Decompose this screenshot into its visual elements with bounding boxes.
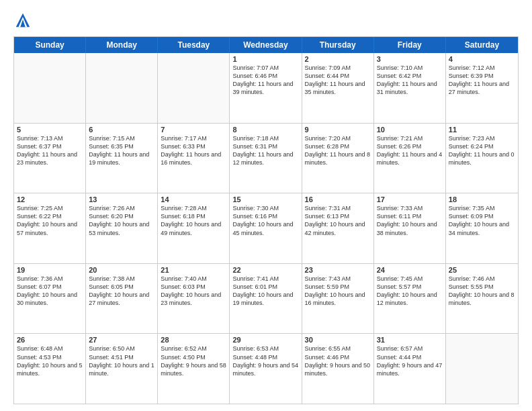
day-cell-22: 22Sunrise: 7:41 AM Sunset: 6:01 PM Dayli… <box>230 264 302 334</box>
cell-info: Sunrise: 7:36 AM Sunset: 6:07 PM Dayligh… <box>17 275 83 308</box>
day-cell-29: 29Sunrise: 6:53 AM Sunset: 4:48 PM Dayli… <box>230 334 302 404</box>
day-cell-26: 26Sunrise: 6:48 AM Sunset: 4:53 PM Dayli… <box>14 334 86 404</box>
cell-info: Sunrise: 7:21 AM Sunset: 6:26 PM Dayligh… <box>377 134 443 167</box>
day-number: 17 <box>377 195 443 203</box>
day-cell-18: 18Sunrise: 7:35 AM Sunset: 6:09 PM Dayli… <box>446 193 518 263</box>
header-cell-monday: Monday <box>86 37 158 53</box>
calendar-body: 1Sunrise: 7:07 AM Sunset: 6:46 PM Daylig… <box>14 53 518 404</box>
day-cell-23: 23Sunrise: 7:43 AM Sunset: 5:59 PM Dayli… <box>302 264 374 334</box>
calendar-header-row: SundayMondayTuesdayWednesdayThursdayFrid… <box>14 37 518 53</box>
cell-info: Sunrise: 7:31 AM Sunset: 6:13 PM Dayligh… <box>305 204 371 237</box>
day-cell-1: 1Sunrise: 7:07 AM Sunset: 6:46 PM Daylig… <box>230 53 302 123</box>
day-number: 21 <box>161 266 226 274</box>
day-number: 24 <box>377 266 443 274</box>
calendar-page: SundayMondayTuesdayWednesdayThursdayFrid… <box>0 0 532 411</box>
day-cell-5: 5Sunrise: 7:13 AM Sunset: 6:37 PM Daylig… <box>14 124 86 193</box>
day-number: 23 <box>305 266 371 274</box>
header-cell-sunday: Sunday <box>14 37 86 53</box>
calendar: SundayMondayTuesdayWednesdayThursdayFrid… <box>13 36 519 404</box>
cell-info: Sunrise: 7:26 AM Sunset: 6:20 PM Dayligh… <box>89 204 154 237</box>
logo-icon <box>13 11 32 30</box>
day-number: 16 <box>305 195 371 203</box>
cell-info: Sunrise: 7:15 AM Sunset: 6:35 PM Dayligh… <box>89 134 154 167</box>
calendar-row-4: 26Sunrise: 6:48 AM Sunset: 4:53 PM Dayli… <box>14 333 518 404</box>
cell-info: Sunrise: 7:46 AM Sunset: 5:55 PM Dayligh… <box>449 275 515 308</box>
cell-info: Sunrise: 7:41 AM Sunset: 6:01 PM Dayligh… <box>232 275 298 308</box>
day-number: 27 <box>89 336 154 344</box>
header-cell-wednesday: Wednesday <box>230 37 302 53</box>
day-number: 26 <box>17 336 83 344</box>
cell-info: Sunrise: 7:09 AM Sunset: 6:44 PM Dayligh… <box>305 64 371 97</box>
cell-info: Sunrise: 6:57 AM Sunset: 4:44 PM Dayligh… <box>377 345 443 377</box>
day-number: 2 <box>305 55 371 63</box>
header-cell-thursday: Thursday <box>302 37 374 53</box>
cell-info: Sunrise: 7:07 AM Sunset: 6:46 PM Dayligh… <box>232 64 298 97</box>
empty-cell-0-0 <box>14 53 86 123</box>
calendar-row-2: 12Sunrise: 7:25 AM Sunset: 6:22 PM Dayli… <box>14 193 518 263</box>
day-number: 29 <box>232 336 298 344</box>
cell-info: Sunrise: 7:25 AM Sunset: 6:22 PM Dayligh… <box>17 204 83 237</box>
day-number: 1 <box>232 55 298 63</box>
day-cell-4: 4Sunrise: 7:12 AM Sunset: 6:39 PM Daylig… <box>446 53 518 123</box>
day-number: 30 <box>305 336 371 344</box>
calendar-row-3: 19Sunrise: 7:36 AM Sunset: 6:07 PM Dayli… <box>14 263 518 334</box>
day-cell-8: 8Sunrise: 7:18 AM Sunset: 6:31 PM Daylig… <box>230 124 302 193</box>
day-cell-17: 17Sunrise: 7:33 AM Sunset: 6:11 PM Dayli… <box>374 193 446 263</box>
header-cell-tuesday: Tuesday <box>158 37 230 53</box>
cell-info: Sunrise: 7:13 AM Sunset: 6:37 PM Dayligh… <box>17 134 83 167</box>
day-number: 14 <box>161 195 226 203</box>
day-number: 11 <box>449 126 515 134</box>
header-cell-saturday: Saturday <box>446 37 518 53</box>
day-number: 13 <box>89 195 154 203</box>
day-cell-15: 15Sunrise: 7:30 AM Sunset: 6:16 PM Dayli… <box>230 193 302 263</box>
cell-info: Sunrise: 7:33 AM Sunset: 6:11 PM Dayligh… <box>377 204 443 237</box>
day-number: 19 <box>17 266 83 274</box>
day-cell-14: 14Sunrise: 7:28 AM Sunset: 6:18 PM Dayli… <box>158 193 230 263</box>
cell-info: Sunrise: 7:18 AM Sunset: 6:31 PM Dayligh… <box>232 134 298 167</box>
cell-info: Sunrise: 7:38 AM Sunset: 6:05 PM Dayligh… <box>89 275 154 308</box>
cell-info: Sunrise: 7:35 AM Sunset: 6:09 PM Dayligh… <box>449 204 515 237</box>
day-number: 18 <box>449 195 515 203</box>
day-cell-20: 20Sunrise: 7:38 AM Sunset: 6:05 PM Dayli… <box>86 264 158 334</box>
day-number: 9 <box>305 126 371 134</box>
empty-cell-0-1 <box>86 53 158 123</box>
day-cell-25: 25Sunrise: 7:46 AM Sunset: 5:55 PM Dayli… <box>446 264 518 334</box>
cell-info: Sunrise: 7:43 AM Sunset: 5:59 PM Dayligh… <box>305 275 371 308</box>
day-cell-16: 16Sunrise: 7:31 AM Sunset: 6:13 PM Dayli… <box>302 193 374 263</box>
day-number: 20 <box>89 266 154 274</box>
cell-info: Sunrise: 6:52 AM Sunset: 4:50 PM Dayligh… <box>161 345 226 377</box>
day-cell-31: 31Sunrise: 6:57 AM Sunset: 4:44 PM Dayli… <box>374 334 446 404</box>
day-cell-3: 3Sunrise: 7:10 AM Sunset: 6:42 PM Daylig… <box>374 53 446 123</box>
day-number: 6 <box>89 126 154 134</box>
day-cell-6: 6Sunrise: 7:15 AM Sunset: 6:35 PM Daylig… <box>86 124 158 193</box>
cell-info: Sunrise: 7:20 AM Sunset: 6:28 PM Dayligh… <box>305 134 371 167</box>
day-cell-7: 7Sunrise: 7:17 AM Sunset: 6:33 PM Daylig… <box>158 124 230 193</box>
day-number: 15 <box>232 195 298 203</box>
day-number: 25 <box>449 266 515 274</box>
day-number: 22 <box>232 266 298 274</box>
logo <box>13 11 35 30</box>
day-number: 10 <box>377 126 443 134</box>
header <box>13 11 519 30</box>
day-cell-10: 10Sunrise: 7:21 AM Sunset: 6:26 PM Dayli… <box>374 124 446 193</box>
header-cell-friday: Friday <box>374 37 446 53</box>
day-number: 8 <box>232 126 298 134</box>
cell-info: Sunrise: 6:53 AM Sunset: 4:48 PM Dayligh… <box>232 345 298 377</box>
day-cell-21: 21Sunrise: 7:40 AM Sunset: 6:03 PM Dayli… <box>158 264 230 334</box>
day-cell-12: 12Sunrise: 7:25 AM Sunset: 6:22 PM Dayli… <box>14 193 86 263</box>
cell-info: Sunrise: 7:17 AM Sunset: 6:33 PM Dayligh… <box>161 134 226 167</box>
calendar-row-0: 1Sunrise: 7:07 AM Sunset: 6:46 PM Daylig… <box>14 53 518 123</box>
cell-info: Sunrise: 7:10 AM Sunset: 6:42 PM Dayligh… <box>377 64 443 97</box>
cell-info: Sunrise: 7:12 AM Sunset: 6:39 PM Dayligh… <box>449 64 515 97</box>
cell-info: Sunrise: 6:55 AM Sunset: 4:46 PM Dayligh… <box>305 345 371 377</box>
cell-info: Sunrise: 7:40 AM Sunset: 6:03 PM Dayligh… <box>161 275 226 308</box>
day-number: 5 <box>17 126 83 134</box>
day-cell-9: 9Sunrise: 7:20 AM Sunset: 6:28 PM Daylig… <box>302 124 374 193</box>
day-cell-13: 13Sunrise: 7:26 AM Sunset: 6:20 PM Dayli… <box>86 193 158 263</box>
day-cell-27: 27Sunrise: 6:50 AM Sunset: 4:51 PM Dayli… <box>86 334 158 404</box>
day-number: 7 <box>161 126 226 134</box>
day-number: 3 <box>377 55 443 63</box>
day-number: 12 <box>17 195 83 203</box>
empty-cell-4-6 <box>446 334 518 404</box>
day-cell-2: 2Sunrise: 7:09 AM Sunset: 6:44 PM Daylig… <box>302 53 374 123</box>
